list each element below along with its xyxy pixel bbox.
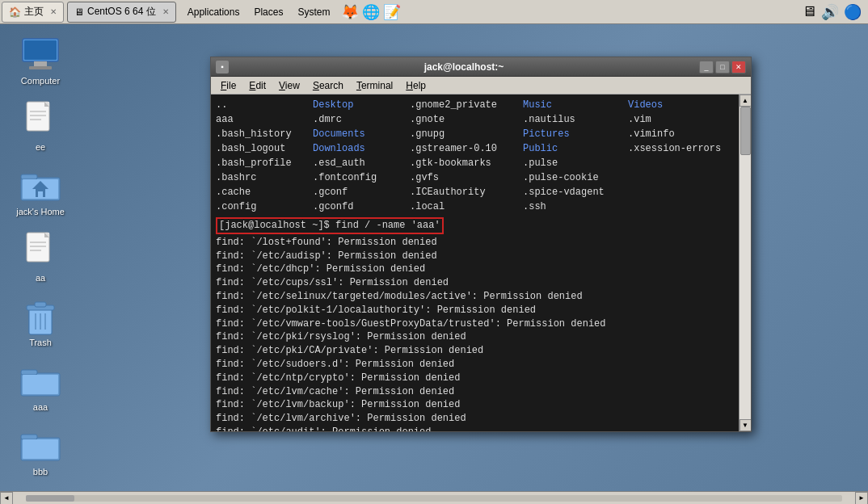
terminal-title: jack@localhost:~ [232,61,696,73]
ls-output: .. aaa .bash_history .bash_logout .bash_… [216,98,734,214]
ee-icon[interactable]: ee [8,97,73,155]
trash-icon[interactable]: Trash [8,294,73,351]
output-line-10: find: `/etc/ntp/crypto': Permission deni… [216,372,734,385]
scrollbar-down-button[interactable]: ▼ [739,419,752,431]
ls-col3: .gnome2_private .gnote .gnupg .gstreamer… [410,98,523,214]
bbb-icon-img [19,426,61,465]
aa-label: aa [36,273,45,283]
output-line-3: find: `/etc/cups/ssl': Permission denied [216,276,734,290]
minimize-button[interactable]: _ [699,61,714,74]
output-line-2: find: `/etc/dhcp': Permission denied [216,262,734,276]
terminal-menu[interactable]: Terminal [350,78,399,93]
svg-rect-2 [34,61,47,66]
taskbar-top: 🏠 主页 ✕ 🖥 CentOS 6 64 位 ✕ Applications Pl… [0,0,868,24]
bbb-label: bbb [33,467,48,477]
ee-label: ee [36,142,45,152]
computer-icon-img [18,36,63,74]
output-line-7: find: `/etc/pki/rsyslog': Permission den… [216,330,734,344]
svg-rect-11 [21,174,37,179]
centos-tab-label: CentOS 6 64 位 [87,5,156,19]
volume-icon[interactable]: 🔊 [821,3,839,21]
svg-rect-25 [35,302,46,307]
scroll-thumb[interactable] [26,495,74,502]
file-menu[interactable]: File [214,78,242,93]
output-line-14: find: `/etc/audit': Permission denied [216,426,734,431]
applications-menu[interactable]: Applications [181,5,246,19]
tab-home[interactable]: 🏠 主页 ✕ [2,2,64,23]
terminal-window: ▪ jack@localhost:~ _ □ ✕ File Edit View … [210,57,752,432]
svg-rect-30 [21,370,37,375]
svg-rect-31 [23,375,58,394]
output-lines: find: `/lost+found': Permission denied f… [216,236,734,431]
bluetooth-icon[interactable]: 🔵 [844,3,862,21]
command-highlight: [jack@localhost ~]$ find / -name 'aaa' [216,217,444,234]
terminal-controls: _ □ ✕ [699,61,746,74]
terminal-content-wrapper: .. aaa .bash_history .bash_logout .bash_… [211,94,751,431]
command-line: [jack@localhost ~]$ find / -name 'aaa' [216,217,734,234]
output-line-11: find: `/etc/lvm/cache': Permission denie… [216,385,734,399]
system-menu[interactable]: System [291,5,336,19]
display-icon[interactable]: 🖥 [802,3,816,20]
scroll-right-button[interactable]: ► [855,492,868,505]
places-menu[interactable]: Places [247,5,289,19]
svg-rect-3 [29,66,52,69]
app-menus: Applications Places System [181,5,337,19]
output-line-5: find: `/etc/polkit-1/localauthority': Pe… [216,304,734,317]
jacks-home-label: jack's Home [16,207,65,216]
ls-col4: Music .nautilus Pictures Public .pulse .… [523,98,628,214]
terminal-menubar: File Edit View Search Terminal Help [211,77,751,94]
aaa-icon[interactable]: aaa [8,359,73,415]
home-tab-label: 主页 [24,5,44,19]
computer-label: Computer [21,76,60,86]
bbb-icon[interactable]: bbb [8,423,73,480]
jacks-home-icon-img [19,166,61,205]
aa-icon[interactable]: aa [8,228,73,286]
trash-icon-img [21,297,60,336]
horizontal-scrollbar: ◄ ► [0,491,868,504]
scroll-left-button[interactable]: ◄ [0,492,13,505]
svg-rect-1 [24,40,57,60]
output-line-6: find: `/etc/vmware-tools/GuestProxyData/… [216,317,734,331]
svg-rect-15 [38,191,43,197]
aaa-label: aaa [33,402,48,412]
jacks-home-icon[interactable]: jack's Home [8,163,73,220]
scrollbar-track[interactable] [739,107,752,419]
output-line-1: find: `/etc/audisp': Permission denied [216,250,734,263]
ls-col5: Videos .vim .viminfo .xsession-errors [628,98,739,214]
ee-icon-img [25,100,56,141]
scrollbar-thumb[interactable] [740,107,751,155]
svg-rect-34 [23,439,58,459]
home-tab-close[interactable]: ✕ [50,7,57,16]
view-menu[interactable]: View [272,78,306,93]
terminal-titlebar: ▪ jack@localhost:~ _ □ ✕ [211,57,751,77]
firefox-icon[interactable]: 🦊 [341,3,359,21]
edit-menu[interactable]: Edit [242,78,272,93]
centos-tab-close[interactable]: ✕ [162,7,169,16]
ls-col1: .. aaa .bash_history .bash_logout .bash_… [216,98,313,214]
quick-launch: 🦊 🌐 📝 [336,3,401,21]
help-menu[interactable]: Help [399,78,432,93]
network-icon[interactable]: 🌐 [362,3,380,21]
ls-col2: Desktop .dmrc Documents Downloads .esd_a… [313,98,410,214]
output-line-4: find: `/etc/selinux/targeted/modules/act… [216,290,734,304]
search-menu[interactable]: Search [306,78,350,93]
terminal-content[interactable]: .. aaa .bash_history .bash_logout .bash_… [211,94,739,431]
scroll-track[interactable] [26,495,842,502]
output-line-13: find: `/etc/lvm/archive': Permission den… [216,412,734,426]
close-button[interactable]: ✕ [731,61,746,74]
desktop: 🏠 主页 ✕ 🖥 CentOS 6 64 位 ✕ Applications Pl… [0,0,868,504]
notes-icon[interactable]: 📝 [383,3,401,21]
trash-label: Trash [29,338,52,347]
svg-rect-33 [21,435,37,439]
output-line-8: find: `/etc/pki/CA/private': Permission … [216,344,734,358]
terminal-scrollbar: ▲ ▼ [739,94,751,431]
scrollbar-up-button[interactable]: ▲ [739,94,752,107]
terminal-title-icon: ▪ [216,61,229,74]
output-line-12: find: `/etc/lvm/backup': Permission deni… [216,398,734,412]
tab-centos[interactable]: 🖥 CentOS 6 64 位 ✕ [67,2,176,23]
home-tab-icon: 🏠 [9,6,21,18]
output-line-0: find: `/lost+found': Permission denied [216,236,734,250]
maximize-button[interactable]: □ [715,61,730,74]
desktop-icons: Computer ee [8,32,73,504]
computer-icon[interactable]: Computer [8,32,73,89]
